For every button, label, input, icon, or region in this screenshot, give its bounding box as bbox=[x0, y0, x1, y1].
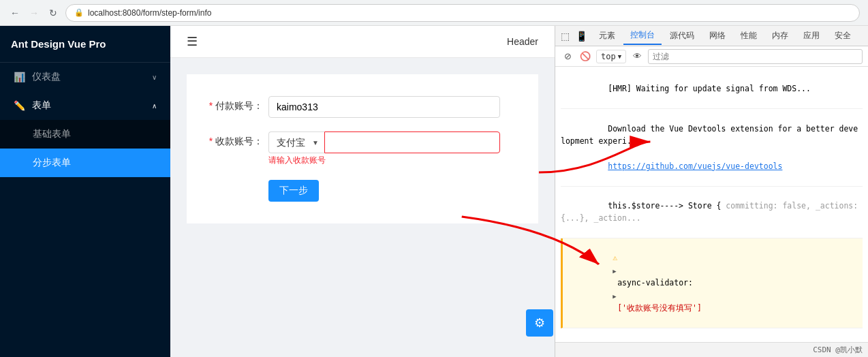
devtools-console: [HMR] Waiting for update signal from WDS… bbox=[555, 67, 868, 342]
main-layout: Ant Design Vue Pro 📊 仪表盘 ∨ ✏️ 表单 ∧ 基础表单 … bbox=[0, 26, 868, 357]
basic-form-label: 基础表单 bbox=[33, 128, 71, 140]
back-button[interactable]: ← bbox=[8, 6, 22, 20]
chevron-down-icon: ∨ bbox=[152, 74, 157, 81]
form-wrapper: * 付款账号： * 收款账号： bbox=[170, 58, 555, 357]
tab-network[interactable]: 网络 bbox=[702, 27, 732, 44]
sidebar-item-dashboard[interactable]: 📊 仪表盘 ∨ bbox=[0, 63, 170, 91]
tab-sources[interactable]: 源代码 bbox=[663, 27, 701, 44]
page-header: ☰ Header bbox=[170, 26, 555, 58]
form-card: * 付款账号： * 收款账号： bbox=[187, 74, 538, 223]
account-type-select[interactable]: 支付宝 微信 银行卡 bbox=[268, 131, 324, 153]
expand-async-validator[interactable] bbox=[613, 264, 621, 277]
dashboard-icon: 📊 bbox=[14, 72, 25, 82]
devtools-toolbar: ⊘ 🚫 top ▼ 👁 bbox=[555, 46, 868, 67]
content-area: ☰ Header * 付款账号： * 收款账号： bbox=[170, 26, 555, 357]
sidebar-item-step-form[interactable]: 分步表单 bbox=[0, 149, 170, 177]
sidebar-item-label: 表单 bbox=[32, 99, 51, 112]
csdn-attribution: CSDN @凯小默 bbox=[813, 345, 863, 355]
chevron-up-icon: ∧ bbox=[152, 102, 157, 110]
expand-errors[interactable] bbox=[613, 290, 621, 302]
required-star-2: * bbox=[209, 136, 215, 146]
devtools-tabs: ⬚ 📱 元素 控制台 源代码 网络 性能 内存 应用 安全 bbox=[555, 26, 868, 46]
pay-account-group: * 付款账号： bbox=[208, 96, 516, 118]
account-type-select-wrapper: 支付宝 微信 银行卡 ▼ bbox=[268, 131, 324, 153]
step-form-label: 分步表单 bbox=[33, 157, 71, 169]
context-selector[interactable]: top ▼ bbox=[596, 50, 626, 63]
console-receiver-root: {receiverAccount: {...}} ℹ bbox=[561, 328, 863, 342]
warn-label: async-validator: bbox=[613, 278, 698, 288]
gear-button[interactable]: ⚙ bbox=[526, 309, 553, 337]
menu-toggle-icon[interactable]: ☰ bbox=[187, 34, 198, 49]
receiver-account-group: * 收款账号： 支付宝 微信 银行卡 ▼ bbox=[208, 131, 516, 166]
refresh-button[interactable]: ↻ bbox=[46, 6, 60, 20]
devtools-icons: ⬚ 📱 bbox=[558, 29, 588, 43]
sidebar-item-basic-form[interactable]: 基础表单 bbox=[0, 120, 170, 149]
required-star: * bbox=[209, 100, 215, 111]
devtools-panel: ⬚ 📱 元素 控制台 源代码 网络 性能 内存 应用 安全 ⊘ 🚫 top ▼ bbox=[555, 26, 868, 357]
console-line-hmr: [HMR] Waiting for update signal from WDS… bbox=[561, 69, 863, 109]
sidebar-item-form[interactable]: ✏️ 表单 ∧ bbox=[0, 91, 170, 120]
next-button[interactable]: 下一步 bbox=[268, 180, 319, 202]
receiver-account-label: * 收款账号： bbox=[208, 131, 263, 148]
receiver-error-msg: 请输入收款账号 bbox=[268, 155, 500, 166]
sidebar: Ant Design Vue Pro 📊 仪表盘 ∨ ✏️ 表单 ∧ 基础表单 … bbox=[0, 26, 170, 357]
tab-elements[interactable]: 元素 bbox=[592, 27, 622, 44]
receiver-input-group: 支付宝 微信 银行卡 ▼ bbox=[268, 131, 500, 153]
warn-triangle-icon: ⚠ bbox=[613, 253, 617, 262]
prohibited-icon[interactable]: 🚫 bbox=[578, 50, 592, 63]
address-bar: 🔒 localhost:8080/form/step-form/info bbox=[65, 4, 860, 22]
pay-account-label: * 付款账号： bbox=[208, 96, 263, 112]
sidebar-submenu-form: 基础表单 分步表单 bbox=[0, 120, 170, 177]
next-btn-wrapper: 下一步 bbox=[268, 180, 516, 202]
console-line-devtools: Download the Vue Devtools extension for … bbox=[561, 109, 863, 186]
browser-bar: ← → ↻ 🔒 localhost:8080/form/step-form/in… bbox=[0, 0, 868, 26]
header-right: Header bbox=[507, 36, 538, 47]
dropdown-arrow: ▼ bbox=[618, 53, 621, 60]
eye-icon[interactable]: 👁 bbox=[630, 50, 644, 63]
tab-application[interactable]: 应用 bbox=[796, 27, 826, 44]
tab-memory[interactable]: 内存 bbox=[765, 27, 795, 44]
receiver-number-input[interactable] bbox=[324, 131, 500, 153]
vue-devtools-link[interactable]: https://github.com/vuejs/vue-devtools bbox=[608, 161, 782, 171]
forward-button[interactable]: → bbox=[27, 6, 41, 20]
devtools-bottom-bar: CSDN @凯小默 bbox=[555, 342, 868, 357]
inspect-icon[interactable]: ⬚ bbox=[558, 29, 572, 43]
block-icon[interactable]: ⊘ bbox=[561, 50, 574, 63]
sidebar-item-label: 仪表盘 bbox=[32, 71, 61, 83]
lock-icon: 🔒 bbox=[74, 8, 84, 17]
console-line-store: this.$store----> Store { committing: fal… bbox=[561, 187, 863, 239]
sidebar-logo: Ant Design Vue Pro bbox=[0, 26, 170, 63]
validator-error-text: ['收款账号没有填写'] bbox=[613, 303, 702, 313]
receiver-input-wrapper: 支付宝 微信 银行卡 ▼ 请输入收款账号 bbox=[268, 131, 500, 166]
console-line-warn: ⚠ async-validator: ['收款账号没有填写'] bbox=[561, 238, 863, 328]
pay-account-input[interactable] bbox=[268, 96, 500, 118]
url-text: localhost:8080/form/step-form/info bbox=[88, 8, 211, 18]
tab-security[interactable]: 安全 bbox=[828, 27, 858, 44]
content-with-arrows: ☰ Header * 付款账号： * 收款账号： bbox=[170, 26, 868, 357]
tab-performance[interactable]: 性能 bbox=[734, 27, 764, 44]
form-icon: ✏️ bbox=[14, 100, 25, 111]
filter-input[interactable] bbox=[648, 49, 863, 64]
tab-console[interactable]: 控制台 bbox=[623, 27, 662, 45]
device-icon[interactable]: 📱 bbox=[574, 29, 588, 43]
top-label: top bbox=[601, 52, 616, 61]
